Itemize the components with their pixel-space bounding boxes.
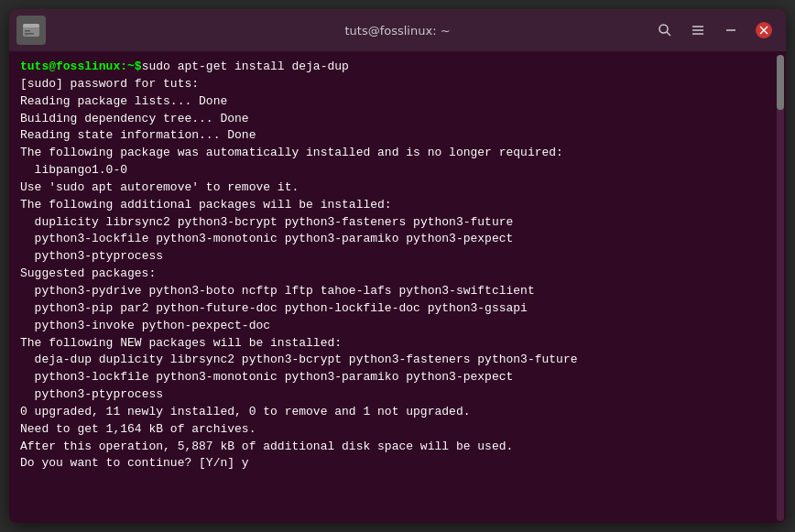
titlebar-left: _: [16, 16, 53, 45]
output-line: Use 'sudo apt autoremove' to remove it.: [20, 179, 775, 197]
prompt-command: sudo apt-get install deja-dup: [142, 59, 349, 76]
close-icon: [755, 21, 773, 39]
svg-rect-4: [25, 33, 34, 35]
output-line: Reading package lists... Done: [20, 93, 775, 111]
output-line: duplicity librsync2 python3-bcrypt pytho…: [20, 214, 775, 232]
output-line: python3-ptyprocess: [20, 248, 775, 266]
prompt-line: tuts@fosslinux:~$ sudo apt-get install d…: [20, 59, 775, 76]
scrollbar-thumb[interactable]: [777, 55, 784, 110]
minimize-icon: [724, 23, 738, 38]
output-line: Do you want to continue? [Y/n] y: [20, 455, 775, 472]
output-line: The following NEW packages will be insta…: [20, 335, 775, 353]
svg-point-5: [659, 25, 668, 33]
prompt-path: :~$: [120, 59, 141, 76]
output-line: Suggested packages:: [20, 266, 775, 283]
output-line: deja-dup duplicity librsync2 python3-bcr…: [20, 352, 775, 369]
output-line: python3-lockfile python3-monotonic pytho…: [20, 231, 775, 248]
titlebar: _ tuts@fosslinux: ~: [9, 9, 786, 51]
svg-text:_: _: [25, 28, 28, 36]
output-line: [sudo] password for tuts:: [20, 76, 775, 93]
output-line: Building dependency tree... Done: [20, 111, 775, 128]
output-line: 0 upgraded, 11 newly installed, 0 to rem…: [20, 404, 775, 421]
output-line: Need to get 1,164 kB of archives.: [20, 421, 775, 439]
terminal-body[interactable]: tuts@fosslinux:~$ sudo apt-get install d…: [9, 51, 786, 523]
svg-rect-1: [23, 24, 39, 27]
titlebar-controls: [650, 16, 779, 45]
menu-button[interactable]: [683, 16, 713, 45]
terminal-output: tuts@fosslinux:~$ sudo apt-get install d…: [20, 59, 775, 516]
window-title: tuts@fosslinux: ~: [344, 24, 450, 38]
output-line: After this operation, 5,887 kB of additi…: [20, 439, 775, 456]
output-line: python3-invoke python-pexpect-doc: [20, 318, 775, 335]
prompt-username: tuts@fosslinux: [20, 59, 120, 76]
output-line: The following additional packages will b…: [20, 197, 775, 214]
terminal-window: _ tuts@fosslinux: ~: [9, 9, 786, 523]
output-line: Reading state information... Done: [20, 127, 775, 145]
output-line: python3-lockfile python3-monotonic pytho…: [20, 369, 775, 386]
svg-rect-3: [25, 30, 30, 32]
output-line: python3-ptyprocess: [20, 386, 775, 404]
hamburger-icon: [691, 23, 705, 38]
minimize-button[interactable]: [716, 16, 746, 45]
terminal-icon: _: [22, 21, 40, 39]
output-container: [sudo] password for tuts:Reading package…: [20, 76, 775, 472]
search-button[interactable]: [650, 16, 680, 45]
search-icon: [658, 23, 672, 38]
svg-line-6: [667, 32, 670, 36]
output-line: python3-pydrive python3-boto ncftp lftp …: [20, 283, 775, 300]
close-button[interactable]: [749, 16, 779, 45]
output-line: python3-pip par2 python-future-doc pytho…: [20, 300, 775, 318]
scrollbar[interactable]: [777, 55, 784, 521]
output-line: libpango1.0-0: [20, 162, 775, 179]
app-icon: _: [16, 16, 46, 45]
output-line: The following package was automatically …: [20, 145, 775, 162]
